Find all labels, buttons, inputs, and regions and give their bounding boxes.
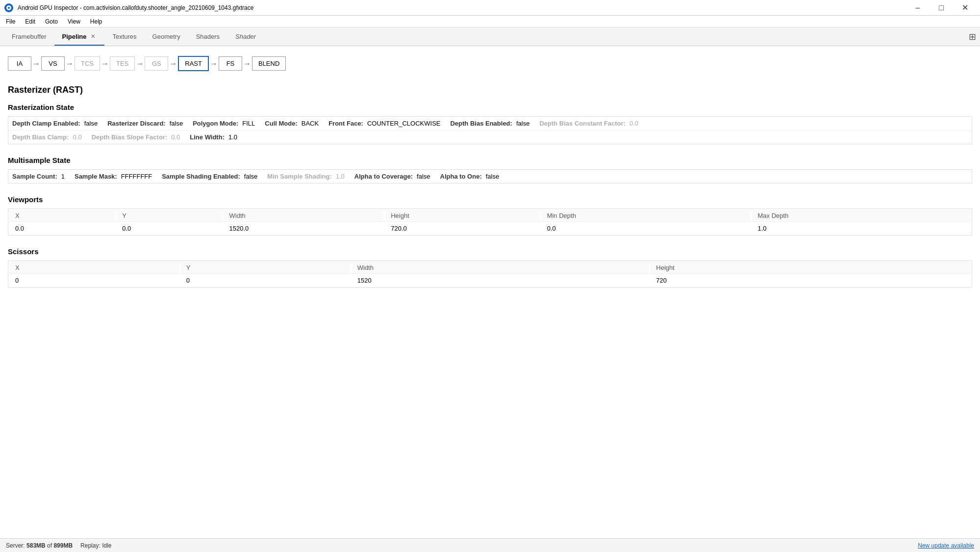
arrow-tcs-tes: → [100, 59, 110, 68]
tab-framebuffer[interactable]: Framebuffer [4, 28, 54, 46]
line-width-value: 1.0 [228, 133, 237, 141]
arrow-fs-blend: → [242, 59, 252, 68]
vp-max-depth: 1.0 [752, 223, 971, 234]
sample-count-value: 1 [61, 173, 65, 180]
menu-goto[interactable]: Goto [41, 17, 62, 26]
arrow-ia-vs: → [31, 59, 41, 68]
arrow-rast-fs: → [209, 59, 219, 68]
pipeline-node-blend[interactable]: BLEND [252, 56, 286, 71]
sample-shading-value: false [244, 173, 257, 180]
pipeline-node-rast[interactable]: RAST [178, 56, 209, 71]
server-total: 899MB [53, 542, 73, 549]
tab-bar: Framebuffer Pipeline ✕ Textures Geometry… [0, 27, 980, 46]
vp-y: 0.0 [116, 223, 222, 234]
vp-col-min-depth: Min Depth [541, 210, 751, 222]
alpha-one-label: Alpha to One: [440, 173, 482, 180]
pipeline-node-tes[interactable]: TES [110, 56, 135, 71]
title-bar: Android GPU Inspector - com.activision.c… [0, 0, 980, 16]
depth-bias-constant-value: 0.0 [629, 120, 638, 127]
pipeline-node-ia[interactable]: IA [8, 56, 31, 71]
menu-bar: File Edit Goto View Help [0, 16, 980, 27]
alpha-coverage-value: false [417, 173, 430, 180]
vp-col-x: X [9, 210, 115, 222]
scissors-table: X Y Width Height 0 0 1520 720 [8, 261, 972, 288]
front-face-value: COUNTER_CLOCKWISE [367, 120, 441, 127]
arrow-gs-rast: → [168, 59, 178, 68]
menu-view[interactable]: View [64, 17, 84, 26]
status-bar: Server: 583MB of 899MB Replay: Idle New … [0, 538, 980, 552]
vp-col-height: Height [385, 210, 540, 222]
server-status: Server: 583MB of 899MB [6, 542, 73, 549]
menu-help[interactable]: Help [86, 17, 106, 26]
rasterization-row-1: Depth Clamp Enabled: false Rasterizer Di… [8, 117, 972, 131]
tab-geometry[interactable]: Geometry [145, 28, 188, 46]
maximize-button[interactable]: □ [930, 1, 953, 15]
rasterization-row-2: Depth Bias Clamp: 0.0 Depth Bias Slope F… [8, 131, 972, 144]
polygon-mode-label: Polygon Mode: [193, 120, 238, 127]
vp-col-max-depth: Max Depth [752, 210, 971, 222]
menu-file[interactable]: File [2, 17, 19, 26]
viewports-title: Viewports [8, 195, 972, 204]
window-controls: – □ ✕ [906, 1, 976, 15]
pipeline-node-fs[interactable]: FS [219, 56, 242, 71]
arrow-tes-gs: → [135, 59, 145, 68]
viewport-row: 0.0 0.0 1520.0 720.0 0.0 1.0 [9, 223, 971, 234]
viewports-table: X Y Width Height Min Depth Max Depth 0.0… [8, 209, 972, 236]
server-used: 583MB [26, 542, 46, 549]
multisample-state-table: Sample Count: 1 Sample Mask: FFFFFFFF Sa… [8, 169, 972, 184]
update-link[interactable]: New update available [918, 542, 974, 549]
pipeline-node-tcs[interactable]: TCS [75, 56, 100, 71]
sample-mask-value: FFFFFFFF [121, 173, 152, 180]
close-button[interactable]: ✕ [954, 1, 976, 15]
multisample-state-title: Multisample State [8, 156, 972, 164]
min-sample-shading-label: Min Sample Shading: [267, 173, 331, 180]
status-left: Server: 583MB of 899MB Replay: Idle [6, 542, 111, 549]
rasterization-state-title: Rasterization State [8, 103, 972, 111]
rasterization-state-section: Rasterization State Depth Clamp Enabled:… [8, 103, 972, 144]
sc-col-x: X [9, 262, 179, 274]
depth-bias-clamp-value: 0.0 [73, 133, 82, 141]
min-sample-shading-value: 1.0 [336, 173, 345, 180]
pipeline-flow: IA → VS → TCS → TES → GS → RAST → FS → B… [8, 52, 972, 75]
multisample-state-section: Multisample State Sample Count: 1 Sample… [8, 156, 972, 184]
sc-col-y: Y [180, 262, 351, 274]
scissors-header-row: X Y Width Height [9, 262, 971, 274]
rasterizer-discard-label: Rasterizer Discard: [107, 120, 166, 127]
viewports-header-row: X Y Width Height Min Depth Max Depth [9, 210, 971, 222]
replay-status: Replay: Idle [80, 542, 111, 549]
alpha-one-value: false [486, 173, 499, 180]
main-content: IA → VS → TCS → TES → GS → RAST → FS → B… [0, 46, 980, 538]
tab-pipeline[interactable]: Pipeline ✕ [54, 28, 105, 46]
vp-col-y: Y [116, 210, 222, 222]
pipeline-node-vs[interactable]: VS [41, 56, 65, 71]
depth-clamp-label: Depth Clamp Enabled: [12, 120, 80, 127]
sc-width: 1520 [352, 275, 650, 286]
viewports-section: Viewports X Y Width Height Min Depth Max… [8, 195, 972, 236]
multisample-row-1: Sample Count: 1 Sample Mask: FFFFFFFF Sa… [8, 170, 972, 183]
sc-col-height: Height [650, 262, 971, 274]
depth-bias-constant-label: Depth Bias Constant Factor: [539, 120, 626, 127]
sc-height: 720 [650, 275, 971, 286]
tab-shader[interactable]: Shader [227, 28, 264, 46]
expand-button[interactable]: ⊞ [969, 31, 976, 42]
polygon-mode-value: FILL [242, 120, 255, 127]
tab-shaders[interactable]: Shaders [188, 28, 227, 46]
app-icon [4, 3, 14, 13]
pipeline-node-gs[interactable]: GS [145, 56, 168, 71]
front-face-label: Front Face: [328, 120, 363, 127]
window-title: Android GPU Inspector - com.activision.c… [18, 4, 253, 11]
tab-textures[interactable]: Textures [104, 28, 144, 46]
depth-bias-enabled-value: false [516, 120, 529, 127]
minimize-button[interactable]: – [906, 1, 929, 15]
sample-shading-label: Sample Shading Enabled: [162, 173, 240, 180]
vp-width: 1520.0 [224, 223, 384, 234]
scissors-row: 0 0 1520 720 [9, 275, 971, 286]
tab-close-pipeline[interactable]: ✕ [89, 33, 97, 40]
depth-bias-enabled-label: Depth Bias Enabled: [450, 120, 512, 127]
menu-edit[interactable]: Edit [21, 17, 39, 26]
sc-y: 0 [180, 275, 351, 286]
vp-col-width: Width [224, 210, 384, 222]
vp-x: 0.0 [9, 223, 115, 234]
sample-count-label: Sample Count: [12, 173, 57, 180]
depth-bias-slope-label: Depth Bias Slope Factor: [92, 133, 168, 141]
